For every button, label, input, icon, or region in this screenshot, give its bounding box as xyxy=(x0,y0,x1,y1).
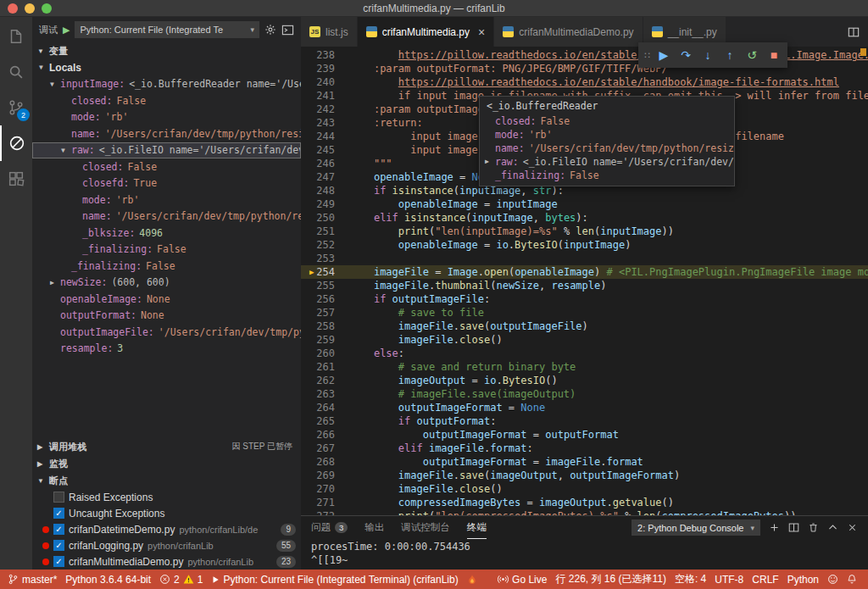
kill-terminal-icon[interactable] xyxy=(808,522,819,533)
git-branch-status-item[interactable]: master* xyxy=(3,570,61,589)
variable-row[interactable]: closed:False xyxy=(32,92,301,109)
panel-tab[interactable]: 终端 xyxy=(467,516,487,539)
variable-row[interactable]: ▼inputImage:<_io.BufferedReader name='/U… xyxy=(32,76,301,93)
code-line[interactable]: 251 print("len(inputImage)=%s" % len(inp… xyxy=(301,225,868,238)
close-panel-icon[interactable] xyxy=(847,522,858,533)
twisty-icon[interactable]: ▶ xyxy=(485,155,495,169)
checkbox[interactable]: ✓ xyxy=(53,556,64,567)
code-line[interactable]: 258 imageFile.save(outputImageFile) xyxy=(301,320,868,333)
start-debug-icon[interactable]: ▶ xyxy=(63,25,70,36)
code-line[interactable]: 261 # save and return binary byte xyxy=(301,360,868,374)
panel-tab[interactable]: 输出 xyxy=(364,516,384,539)
variable-row[interactable]: mode:'rb' xyxy=(32,109,301,126)
checkbox[interactable]: ✓ xyxy=(53,540,64,551)
watch-section-header[interactable]: ▶ 监视 xyxy=(32,455,301,472)
breakpoints-section-header[interactable]: ▼ 断点 xyxy=(32,472,301,489)
breakpoint-row[interactable]: ✓Uncaught Exceptions xyxy=(32,505,301,521)
code-line[interactable]: 271 compressedImageBytes = imageOutput.g… xyxy=(301,496,868,509)
breakpoint-row[interactable]: ✓crifanDatetimeDemo.pypython/crifanLib/d… xyxy=(32,521,301,537)
twisty-icon[interactable]: ▼ xyxy=(61,147,71,154)
debug-configuration-dropdown[interactable]: Python: Current File (Integrated Te ▾ xyxy=(75,21,259,38)
twisty-icon[interactable]: ▶ xyxy=(50,279,60,286)
hover-variable-row[interactable]: closed:False xyxy=(480,114,734,128)
editor-tab[interactable]: JSlist.js xyxy=(301,17,358,47)
call-stack-section-header[interactable]: ▶ 调用堆栈 因 STEP 已暂停 xyxy=(32,438,301,455)
code-line[interactable]: 256 if outputImageFile: xyxy=(301,292,868,306)
editor-tab[interactable]: crifanMultimediaDemo.py xyxy=(494,17,643,47)
twisty-icon[interactable]: ▼ xyxy=(39,64,49,71)
go-live-status-item[interactable]: Go Live xyxy=(493,570,551,589)
checkbox[interactable]: ✓ xyxy=(53,524,64,535)
code-line[interactable]: ▶254 imageFile = Image.open(openableImag… xyxy=(301,265,868,279)
code-line[interactable]: 268 outputImageFormat = imageFile.format xyxy=(301,455,868,469)
code-line[interactable]: 253 xyxy=(301,252,868,265)
zoom-window-button[interactable] xyxy=(42,3,52,14)
restart-icon[interactable]: ↺ xyxy=(741,48,763,62)
code-line[interactable]: 240 https://pillow.readthedocs.io/en/sta… xyxy=(301,75,868,89)
maximize-panel-icon[interactable] xyxy=(827,522,838,533)
editor-tab[interactable]: crifanMultimedia.py× xyxy=(358,17,495,47)
variable-row[interactable]: outputFormat:None xyxy=(32,308,301,325)
code-line[interactable]: 265 if outputFormat: xyxy=(301,414,868,428)
code-line[interactable]: 270 imageFile.close() xyxy=(301,482,868,496)
variable-row[interactable]: ▼raw:<_io.FileIO name='/Users/crifan/dev… xyxy=(32,142,301,159)
variable-row[interactable]: openableImage:None xyxy=(32,291,301,308)
variable-row[interactable]: ▶newSize:(600, 600) xyxy=(32,275,301,292)
panel-tab[interactable]: 问题3 xyxy=(311,516,348,539)
close-icon[interactable]: × xyxy=(478,26,485,38)
encoding-status-item[interactable]: UTF-8 xyxy=(710,570,748,589)
code-line[interactable]: 249 openableImage = inputImage xyxy=(301,197,868,211)
variable-row[interactable]: _blksize:4096 xyxy=(32,225,301,242)
variable-row[interactable]: outputImageFile:'/Users/crifan/dev/tmp/p… xyxy=(32,324,301,341)
variable-row[interactable]: mode:'rb' xyxy=(32,192,301,208)
debug-configuration-status-item[interactable]: Python: Current File (Integrated Termina… xyxy=(207,570,462,589)
variable-row[interactable]: _finalizing:False xyxy=(32,258,301,275)
source-control-icon[interactable]: 2 xyxy=(0,90,32,125)
code-line[interactable]: 250 elif isinstance(inputImage, bytes): xyxy=(301,211,868,225)
breakpoint-row[interactable]: ✓crifanLogging.pypython/crifanLib55 xyxy=(32,537,301,553)
code-line[interactable]: 260 else: xyxy=(301,347,868,360)
search-icon[interactable] xyxy=(0,54,32,90)
explorer-icon[interactable] xyxy=(0,19,32,54)
scope-row[interactable]: ▼Locals xyxy=(32,59,301,76)
code-line[interactable]: 263 # imageFile.save(imageOutput) xyxy=(301,387,868,401)
variable-row[interactable]: resample:3 xyxy=(32,341,301,358)
checkbox[interactable] xyxy=(53,492,64,503)
code-editor[interactable]: 238 https://pillow.readthedocs.io/en/sta… xyxy=(301,47,868,515)
breakpoint-row[interactable]: Raised Exceptions xyxy=(32,489,301,505)
hover-variable-row[interactable]: mode:'rb' xyxy=(480,128,734,142)
eol-status-item[interactable]: CRLF xyxy=(748,570,782,589)
code-line[interactable]: 255 imageFile.thumbnail(newSize, resampl… xyxy=(301,279,868,292)
code-line[interactable]: 259 imageFile.close() xyxy=(301,333,868,347)
checkbox[interactable]: ✓ xyxy=(53,508,64,519)
panel-tab[interactable]: 调试控制台 xyxy=(401,516,450,539)
step-out-icon[interactable]: ↑ xyxy=(719,48,741,62)
code-line[interactable]: 264 outputImageFormat = None xyxy=(301,401,868,414)
code-line[interactable]: 252 openableImage = io.BytesIO(inputImag… xyxy=(301,238,868,252)
variable-row[interactable]: name:'/Users/crifan/dev/tmp/python/resiz… xyxy=(32,125,301,142)
step-into-icon[interactable]: ↓ xyxy=(697,48,719,62)
terminal-output[interactable]: procesTime: 0:00:00.754436^[[19~ xyxy=(301,539,868,570)
minimize-window-button[interactable] xyxy=(25,3,35,14)
notifications-status-item[interactable] xyxy=(843,570,861,589)
split-terminal-icon[interactable] xyxy=(788,522,799,533)
close-window-button[interactable] xyxy=(8,3,18,14)
hover-variable-row[interactable]: _finalizing:False xyxy=(480,169,734,182)
cursor-position-status-item[interactable]: 行 226, 列 16 (已选择11) xyxy=(551,570,670,589)
breakpoint-row[interactable]: ✓crifanMultimediaDemo.pypython/crifanLib… xyxy=(32,553,301,570)
split-editor-icon[interactable] xyxy=(848,26,860,38)
flame-extension-status-item[interactable] xyxy=(463,570,481,589)
hover-variable-row[interactable]: ▶raw:<_io.FileIO name='/Users/crifan/dev… xyxy=(480,155,734,169)
debug-icon[interactable] xyxy=(0,125,32,161)
variables-section-header[interactable]: ▼ 变量 xyxy=(32,42,301,59)
code-line[interactable]: 262 imageOutput = io.BytesIO() xyxy=(301,374,868,387)
variable-row[interactable]: _finalizing:False xyxy=(32,242,301,258)
new-terminal-icon[interactable] xyxy=(769,522,780,533)
stop-icon[interactable]: ■ xyxy=(763,48,785,62)
continue-icon[interactable]: ▶ xyxy=(653,48,675,62)
feedback-status-item[interactable] xyxy=(823,570,843,589)
hover-variable-row[interactable]: name:'/Users/crifan/dev/tmp/python/resiz… xyxy=(480,142,734,155)
step-over-icon[interactable]: ↷ xyxy=(675,48,697,62)
open-debug-console-icon[interactable] xyxy=(281,24,294,36)
language-mode-status-item[interactable]: Python xyxy=(783,570,823,589)
